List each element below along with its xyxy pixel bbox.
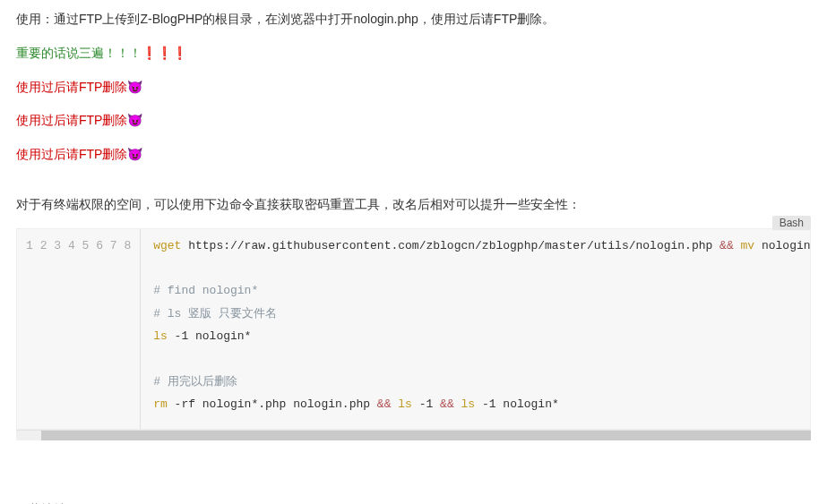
terminal-note: 对于有终端权限的空间，可以使用下边命令直接获取密码重置工具，改名后相对可以提升一… xyxy=(16,194,811,216)
usage-intro: 使用：通过FTP上传到Z-BlogPHP的根目录，在浏览器中打开nologin.… xyxy=(16,9,811,30)
code-line-numbers: 1 2 3 4 5 6 7 8 xyxy=(17,229,141,429)
warning-title: 重要的话说三遍！！！❗❗❗ xyxy=(16,43,811,64)
code-block: Bash 1 2 3 4 5 6 7 8 wget https://raw.gi… xyxy=(16,228,811,440)
horizontal-scrollbar[interactable] xyxy=(16,430,811,440)
warning-line-2: 使用过后请FTP删除😈 xyxy=(16,110,811,132)
download-label: 下载地址： xyxy=(16,500,811,504)
language-badge: Bash xyxy=(772,216,811,230)
warning-line-3: 使用过后请FTP删除😈 xyxy=(16,144,811,166)
code-content[interactable]: wget https://raw.githubusercontent.com/z… xyxy=(141,229,810,429)
warning-line-1: 使用过后请FTP删除😈 xyxy=(16,77,811,98)
